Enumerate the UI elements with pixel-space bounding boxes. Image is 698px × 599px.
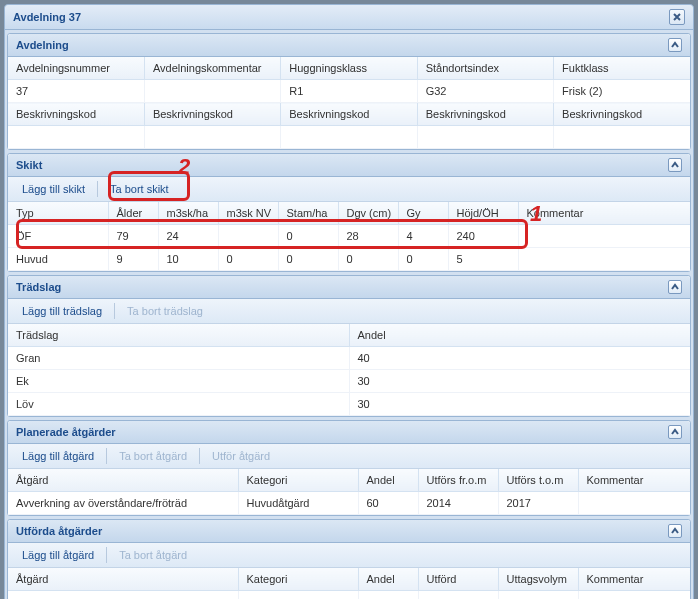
panel-title: Planerade åtgärder [16,426,116,438]
chevron-up-icon [671,161,679,169]
col-header: Utförd [418,568,498,591]
table-row[interactable] [8,591,690,600]
cell: 60 [358,492,418,515]
col-header: Avdelningskommentar [144,57,280,80]
cell: 0 [338,248,398,271]
remove-skikt-button[interactable]: Ta bort skikt [104,181,175,197]
collapse-button[interactable] [668,524,682,538]
cell: 30 [349,393,690,416]
panel-tradslag: Trädslag Lägg till trädslag Ta bort träd… [7,275,691,417]
col-header: Kommentar [578,469,690,492]
table-row[interactable]: Löv30 [8,393,690,416]
avdelning-table: Avdelningsnummer Avdelningskommentar Hug… [8,57,690,149]
cell [144,80,280,103]
cell [578,492,690,515]
col-header: Kommentar [578,568,690,591]
table-row[interactable]: Ek30 [8,370,690,393]
cell: 37 [8,80,144,103]
col-header: Beskrivningskod [554,103,690,126]
col-header: Andel [358,568,418,591]
tradslag-table: Trädslag Andel Gran40 Ek30 Löv30 [8,324,690,416]
col-header: Åtgärd [8,568,238,591]
table-header-row: Trädslag Andel [8,324,690,347]
cell: 0 [398,248,448,271]
col-header: Andel [349,324,690,347]
chevron-up-icon [671,428,679,436]
exec-atgard-button[interactable]: Utför åtgärd [206,448,276,464]
chevron-up-icon [671,283,679,291]
cell: 240 [448,225,518,248]
window: Avdelning 37 Avdelning Avdelningsnummer … [4,4,694,599]
collapse-button[interactable] [668,158,682,172]
cell: Gran [8,347,349,370]
col-header: Utförs fr.o.m [418,469,498,492]
remove-atgard-button[interactable]: Ta bort åtgärd [113,547,193,563]
col-header: m3sk/ha [158,202,218,225]
panel-planerade: Planerade åtgärder Lägg till åtgärd Ta b… [7,420,691,516]
panel-avdelning: Avdelning Avdelningsnummer Avdelningskom… [7,33,691,150]
table-header-row: Avdelningsnummer Avdelningskommentar Hug… [8,57,690,80]
cell: 4 [398,225,448,248]
planerade-table: Åtgärd Kategori Andel Utförs fr.o.m Utfö… [8,469,690,515]
col-header: Uttagsvolym [498,568,578,591]
col-header: Åtgärd [8,469,238,492]
remove-tradslag-button[interactable]: Ta bort trädslag [121,303,209,319]
table-row[interactable]: Gran40 [8,347,690,370]
cell: 0 [278,248,338,271]
table-row[interactable]: ÖF 79 24 0 28 4 240 [8,225,690,248]
table-header-row: Typ Ålder m3sk/ha m3sk NV Stam/ha Dgv (c… [8,202,690,225]
col-header: Trädslag [8,324,349,347]
col-header: Huggningsklass [281,57,417,80]
cell [518,225,690,248]
cell: 0 [278,225,338,248]
table-header-row: Beskrivningskod Beskrivningskod Beskrivn… [8,103,690,126]
add-tradslag-button[interactable]: Lägg till trädslag [16,303,108,319]
table-row[interactable]: Avverkning av överståndare/fröträd Huvud… [8,492,690,515]
col-header: Ståndortsindex [417,57,553,80]
utforda-table: Åtgärd Kategori Andel Utförd Uttagsvolym… [8,568,690,599]
panel-header: Skikt [8,154,690,177]
col-header: Ålder [108,202,158,225]
col-header: Andel [358,469,418,492]
separator [106,448,107,464]
col-header: Avdelningsnummer [8,57,144,80]
col-header: Kategori [238,568,358,591]
panel-title: Skikt [16,159,42,171]
col-header: Kategori [238,469,358,492]
titlebar: Avdelning 37 [5,5,693,30]
col-header: Höjd/ÖH [448,202,518,225]
skikt-table: Typ Ålder m3sk/ha m3sk NV Stam/ha Dgv (c… [8,202,690,271]
add-atgard-button[interactable]: Lägg till åtgärd [16,448,100,464]
utforda-toolbar: Lägg till åtgärd Ta bort åtgärd [8,543,690,568]
table-row[interactable]: 37 R1 G32 Frisk (2) [8,80,690,103]
collapse-button[interactable] [668,280,682,294]
remove-atgard-button[interactable]: Ta bort åtgärd [113,448,193,464]
col-header: Beskrivningskod [8,103,144,126]
add-atgard-button[interactable]: Lägg till åtgärd [16,547,100,563]
collapse-button[interactable] [668,38,682,52]
col-header: m3sk NV [218,202,278,225]
cell: 9 [108,248,158,271]
cell: 10 [158,248,218,271]
cell: 24 [158,225,218,248]
panel-title: Trädslag [16,281,61,293]
tradslag-toolbar: Lägg till trädslag Ta bort trädslag [8,299,690,324]
panel-skikt: Skikt Lägg till skikt Ta bort skikt Typ … [7,153,691,272]
col-header: Kommentar [518,202,690,225]
planerade-toolbar: Lägg till åtgärd Ta bort åtgärd Utför åt… [8,444,690,469]
table-row[interactable] [8,126,690,149]
cell: 0 [218,248,278,271]
add-skikt-button[interactable]: Lägg till skikt [16,181,91,197]
table-row[interactable]: Huvud 9 10 0 0 0 0 5 [8,248,690,271]
close-button[interactable] [669,9,685,25]
window-title: Avdelning 37 [13,11,81,23]
col-header: Beskrivningskod [281,103,417,126]
cell [518,248,690,271]
separator [199,448,200,464]
panel-header: Utförda åtgärder [8,520,690,543]
cell: R1 [281,80,417,103]
close-icon [673,13,681,21]
collapse-button[interactable] [668,425,682,439]
col-header: Fuktklass [554,57,690,80]
cell: Huvud [8,248,108,271]
